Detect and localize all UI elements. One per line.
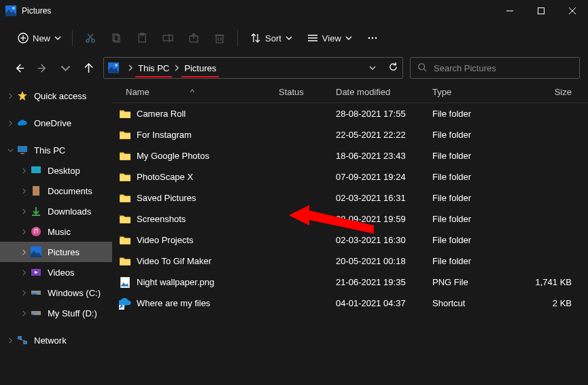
cut-button[interactable] (78, 26, 103, 50)
file-type: File folder (432, 256, 517, 266)
sidebar-this-pc[interactable]: This PC (0, 140, 112, 160)
sidebar-pictures[interactable]: Pictures (0, 242, 112, 262)
svg-rect-64 (120, 175, 131, 181)
chevron-right-icon[interactable] (173, 63, 180, 73)
sort-button[interactable]: Sort (243, 26, 299, 50)
file-name: Night wallpaper.png (137, 277, 214, 287)
svg-point-11 (92, 39, 94, 42)
chevron-right-icon[interactable] (19, 206, 29, 216)
file-list-pane: Name^ Status Date modified Type Size Cam… (112, 81, 588, 385)
svg-rect-46 (33, 186, 39, 196)
file-rows: Camera Roll28-08-2021 17:55File folderFo… (112, 103, 588, 385)
file-row[interactable]: Screenshots08-09-2021 19:59File folder (112, 208, 588, 230)
svg-line-12 (88, 34, 93, 39)
minimize-button[interactable] (494, 0, 525, 22)
file-name: Video To Gif Maker (137, 256, 211, 266)
search-input[interactable] (434, 63, 572, 73)
sidebar-my-stuff-d[interactable]: My Stuff (D:) (0, 303, 112, 323)
chevron-right-icon[interactable] (127, 63, 134, 73)
file-row[interactable]: Camera Roll28-08-2021 17:55File folder (112, 103, 588, 124)
file-row[interactable]: For Instagram22-05-2021 22:22File folder (112, 124, 588, 145)
up-button[interactable] (80, 58, 97, 78)
breadcrumb-this-pc[interactable]: This PC (137, 63, 171, 73)
column-status[interactable]: Status (279, 87, 336, 97)
column-type[interactable]: Type (432, 87, 517, 97)
sidebar-documents[interactable]: Documents (0, 181, 112, 201)
address-bar-row: This PC Pictures (0, 54, 588, 81)
sidebar-onedrive[interactable]: OneDrive (0, 113, 112, 133)
file-row[interactable]: My Google Photos18-06-2021 23:43File fol… (112, 145, 588, 166)
file-row[interactable]: Night wallpaper.png21-06-2021 19:35PNG F… (112, 272, 588, 293)
forward-button[interactable] (34, 58, 50, 78)
chevron-right-icon[interactable] (5, 335, 15, 345)
search-box[interactable] (410, 57, 580, 79)
svg-rect-65 (120, 196, 131, 202)
file-date: 08-09-2021 19:59 (336, 214, 432, 224)
sidebar-windows-c[interactable]: Windows (C:) (0, 282, 112, 303)
file-type: File folder (432, 235, 517, 245)
address-bar[interactable]: This PC Pictures (103, 57, 403, 79)
file-row[interactable]: Video Projects02-03-2021 16:30File folde… (112, 230, 588, 251)
music-icon (31, 226, 41, 237)
column-size[interactable]: Size (517, 87, 588, 97)
file-type: File folder (432, 172, 517, 182)
downloads-icon (31, 206, 41, 217)
sidebar-quick-access[interactable]: Quick access (0, 86, 112, 106)
desktop-icon (31, 165, 41, 176)
chevron-right-icon[interactable] (5, 118, 15, 128)
close-button[interactable] (557, 0, 588, 22)
delete-button[interactable] (207, 26, 232, 50)
paste-button[interactable] (130, 26, 154, 50)
rename-button[interactable] (156, 26, 180, 50)
refresh-button[interactable] (388, 62, 398, 74)
share-button[interactable] (181, 26, 206, 50)
pictures-icon (5, 5, 16, 16)
back-button[interactable] (11, 58, 27, 78)
file-row[interactable]: PhotoScape X07-09-2021 19:24File folder (112, 166, 588, 187)
file-type: PNG File (432, 277, 517, 287)
svg-point-10 (86, 39, 89, 42)
column-date[interactable]: Date modified (336, 87, 432, 97)
maximize-button[interactable] (525, 0, 557, 22)
videos-icon (31, 267, 41, 278)
file-type: Shortcut (432, 298, 517, 308)
recent-button[interactable] (57, 58, 73, 78)
window-title: Pictures (22, 6, 494, 16)
file-row[interactable]: Where are my files04-01-2021 04:37Shortc… (112, 293, 588, 314)
sidebar-music[interactable]: Music (0, 221, 112, 242)
sidebar-desktop[interactable]: Desktop (0, 160, 112, 181)
sidebar-downloads[interactable]: Downloads (0, 201, 112, 221)
chevron-right-icon[interactable] (19, 288, 29, 297)
chevron-down-icon[interactable] (5, 145, 15, 155)
view-button[interactable]: View (300, 26, 359, 50)
chevron-right-icon[interactable] (19, 247, 29, 257)
file-date: 07-09-2021 19:24 (336, 172, 432, 182)
sidebar-videos[interactable]: Videos (0, 262, 112, 282)
file-size: 1,741 KB (517, 277, 588, 287)
star-icon (17, 90, 28, 101)
file-name: Camera Roll (137, 109, 186, 119)
new-button[interactable]: New (8, 26, 67, 50)
breadcrumb-pictures[interactable]: Pictures (183, 63, 218, 73)
svg-point-33 (375, 37, 377, 39)
chevron-right-icon[interactable] (19, 308, 29, 318)
file-date: 18-06-2021 23:43 (336, 151, 432, 161)
sidebar-network[interactable]: Network (0, 330, 112, 350)
column-name[interactable]: Name^ (112, 87, 279, 97)
chevron-right-icon[interactable] (19, 268, 29, 277)
chevron-right-icon[interactable] (19, 186, 29, 196)
file-row[interactable]: Saved Pictures02-03-2021 16:31File folde… (112, 187, 588, 208)
chevron-right-icon[interactable] (5, 91, 15, 100)
drive-icon (31, 308, 41, 318)
svg-rect-62 (120, 132, 131, 139)
file-type: File folder (432, 109, 517, 119)
file-row[interactable]: Video To Gif Maker20-05-2021 00:18File f… (112, 251, 588, 272)
copy-button[interactable] (104, 26, 128, 50)
view-label: View (322, 33, 341, 43)
chevron-right-icon[interactable] (19, 227, 29, 236)
chevron-down-icon[interactable] (369, 63, 376, 73)
more-button[interactable] (360, 26, 385, 50)
file-type: File folder (432, 193, 517, 203)
chevron-right-icon[interactable] (19, 166, 29, 175)
folder-icon (119, 213, 131, 225)
